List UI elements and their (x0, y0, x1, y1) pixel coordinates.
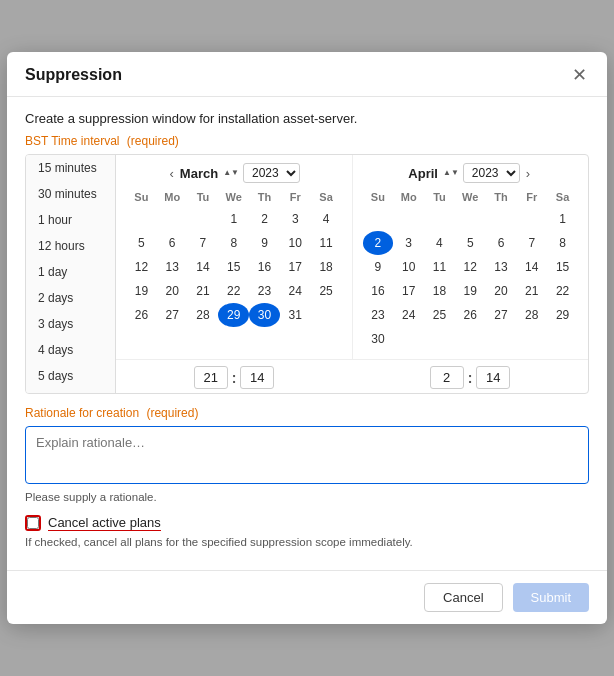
right-weekday-fr: Fr (516, 189, 547, 207)
table-row[interactable]: 3 (393, 231, 424, 255)
table-row[interactable]: 9 (249, 231, 280, 255)
table-row[interactable]: 11 (424, 255, 455, 279)
modal-header: Suppression ✕ (7, 52, 607, 97)
submit-button[interactable]: Submit (513, 583, 589, 612)
interval-1hour[interactable]: 1 hour (26, 207, 115, 233)
interval-1day[interactable]: 1 day (26, 259, 115, 285)
left-hour-input[interactable] (194, 366, 228, 389)
table-row[interactable]: 25 (311, 279, 342, 303)
rationale-label: Rationale for creation (required) (25, 406, 589, 420)
table-row[interactable]: 2 (363, 231, 394, 255)
table-row[interactable]: 20 (486, 279, 517, 303)
table-row[interactable]: 21 (188, 279, 219, 303)
table-row[interactable]: 24 (280, 279, 311, 303)
table-row[interactable]: 4 (311, 207, 342, 231)
rationale-textarea[interactable] (25, 426, 589, 484)
table-row[interactable]: 8 (218, 231, 249, 255)
cancel-plans-checkbox-wrapper[interactable] (25, 515, 41, 531)
table-row[interactable]: 15 (547, 255, 578, 279)
table-row[interactable]: 31 (280, 303, 311, 327)
interval-5days[interactable]: 5 days (26, 363, 115, 389)
table-row[interactable]: 16 (363, 279, 394, 303)
interval-2days[interactable]: 2 days (26, 285, 115, 311)
table-row[interactable]: 7 (188, 231, 219, 255)
left-min-input[interactable] (240, 366, 274, 389)
interval-4days[interactable]: 4 days (26, 337, 115, 363)
cancel-plans-label[interactable]: Cancel active plans (48, 515, 161, 531)
table-row[interactable]: 4 (424, 231, 455, 255)
right-hour-input[interactable] (430, 366, 464, 389)
table-row[interactable]: 20 (157, 279, 188, 303)
interval-12hours[interactable]: 12 hours (26, 233, 115, 259)
table-row[interactable]: 22 (547, 279, 578, 303)
table-row[interactable]: 27 (157, 303, 188, 327)
right-year-select[interactable]: 2023 (463, 163, 520, 183)
table-row[interactable]: 27 (486, 303, 517, 327)
table-row[interactable]: 17 (280, 255, 311, 279)
table-row[interactable]: 6 (486, 231, 517, 255)
table-row[interactable]: 28 (516, 303, 547, 327)
table-row[interactable]: 26 (455, 303, 486, 327)
left-year-select[interactable]: 2023 (243, 163, 300, 183)
right-next-month-button[interactable]: › (524, 166, 532, 181)
table-row[interactable]: 28 (188, 303, 219, 327)
table-row[interactable]: 23 (249, 279, 280, 303)
interval-30min[interactable]: 30 minutes (26, 181, 115, 207)
table-row[interactable]: 16 (249, 255, 280, 279)
right-min-input[interactable] (476, 366, 510, 389)
left-calendar: ‹ March ▲▼ 2023 Su (116, 155, 352, 359)
table-row[interactable]: 30 (363, 327, 394, 351)
table-row[interactable]: 21 (516, 279, 547, 303)
table-row[interactable]: 14 (516, 255, 547, 279)
table-row[interactable]: 29 (547, 303, 578, 327)
interval-15min[interactable]: 15 minutes (26, 155, 115, 181)
table-row[interactable]: 22 (218, 279, 249, 303)
left-weekday-fr: Fr (280, 189, 311, 207)
table-row[interactable]: 1 (547, 207, 578, 231)
left-month-arrows[interactable]: ▲▼ (223, 169, 239, 177)
table-row[interactable]: 15 (218, 255, 249, 279)
right-cal-header: April ▲▼ 2023 › (363, 163, 579, 183)
table-row[interactable]: 23 (363, 303, 394, 327)
table-row[interactable]: 9 (363, 255, 394, 279)
time-interval-list: 15 minutes 30 minutes 1 hour 12 hours 1 … (26, 155, 116, 393)
table-row[interactable]: 18 (311, 255, 342, 279)
table-row[interactable]: 11 (311, 231, 342, 255)
right-month-label: April (408, 166, 438, 181)
table-row[interactable]: 25 (424, 303, 455, 327)
table-row[interactable]: 8 (547, 231, 578, 255)
table-row[interactable]: 26 (126, 303, 157, 327)
table-row[interactable]: 14 (188, 255, 219, 279)
table-row[interactable]: 12 (455, 255, 486, 279)
right-weekday-we: We (455, 189, 486, 207)
table-row[interactable]: 24 (393, 303, 424, 327)
left-prev-month-button[interactable]: ‹ (168, 166, 176, 181)
table-row[interactable]: 29 (218, 303, 249, 327)
close-button[interactable]: ✕ (570, 66, 589, 84)
time-row: : : (116, 359, 588, 393)
cancel-button[interactable]: Cancel (424, 583, 502, 612)
table-row[interactable]: 13 (486, 255, 517, 279)
table-row[interactable]: 19 (126, 279, 157, 303)
table-row[interactable]: 12 (126, 255, 157, 279)
table-row[interactable]: 5 (455, 231, 486, 255)
cancel-plans-checkbox[interactable] (27, 517, 39, 529)
suppression-modal: Suppression ✕ Create a suppression windo… (7, 52, 607, 624)
table-row[interactable]: 2 (249, 207, 280, 231)
table-row[interactable]: 13 (157, 255, 188, 279)
right-month-arrows[interactable]: ▲▼ (443, 169, 459, 177)
table-row[interactable]: 10 (393, 255, 424, 279)
table-row[interactable]: 18 (424, 279, 455, 303)
table-row[interactable]: 5 (126, 231, 157, 255)
table-row[interactable]: 7 (516, 231, 547, 255)
table-row[interactable]: 3 (280, 207, 311, 231)
table-row[interactable]: 30 (249, 303, 280, 327)
interval-3days[interactable]: 3 days (26, 311, 115, 337)
table-row[interactable]: 19 (455, 279, 486, 303)
right-time-separator: : (468, 370, 473, 386)
table-row[interactable]: 1 (218, 207, 249, 231)
right-time-group: : (352, 366, 588, 389)
table-row[interactable]: 10 (280, 231, 311, 255)
table-row[interactable]: 17 (393, 279, 424, 303)
table-row[interactable]: 6 (157, 231, 188, 255)
